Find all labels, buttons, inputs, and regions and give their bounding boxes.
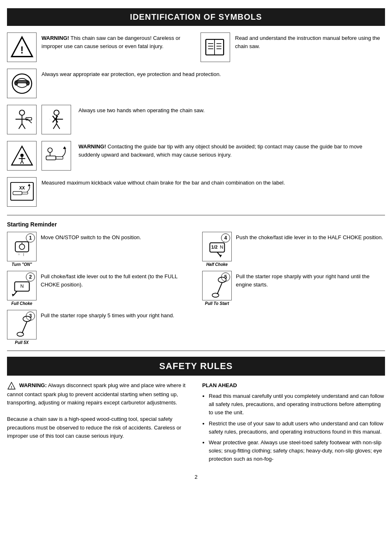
step-3-icon: 3 <box>7 310 37 339</box>
svg-rect-46 <box>22 192 28 194</box>
kickback-value-text: Measured maximum kickback value without … <box>42 177 385 187</box>
svg-marker-40 <box>63 146 66 148</box>
step-2-text: Pull choke/fast idle lever out to the fu… <box>41 271 190 289</box>
svg-point-41 <box>48 148 52 152</box>
safety-right-col: PLAN AHEAD Read this manual carefully un… <box>202 381 385 466</box>
symbol-row-protection: Always wear appropriate ear protection, … <box>7 69 385 98</box>
kickback-warning-bold: WARNING! <box>78 143 106 150</box>
twohands-icon2 <box>42 105 71 134</box>
svg-text:|: | <box>23 252 24 256</box>
svg-line-21 <box>22 123 25 129</box>
step-2-number: 2 <box>26 272 35 282</box>
symbol-row-warning: ! WARNING! This chain saw can be dangero… <box>7 32 385 62</box>
svg-point-64 <box>212 293 219 297</box>
svg-rect-39 <box>55 157 62 159</box>
step-2-icon: 2 N <box>7 271 37 300</box>
step-4: 4 1/2 N Half Choke Push the choke/fast i… <box>202 232 385 267</box>
safety-content: ! WARNING: Always disconnect spark plug … <box>7 381 385 466</box>
step-1-icon: 1 ○ | <box>7 232 37 261</box>
kickback-action-icon <box>42 141 71 171</box>
svg-point-49 <box>19 244 25 249</box>
svg-line-27 <box>53 123 56 129</box>
svg-line-36 <box>20 161 22 164</box>
symbol-row-kickback: WARNING! Contacting the guide bar tip wi… <box>7 141 385 171</box>
step-5-icon: 5 <box>202 271 232 300</box>
step-2-label: Full Choke <box>11 301 32 306</box>
svg-line-66 <box>22 321 27 333</box>
safety-warning-label: WARNING: <box>19 382 47 388</box>
warning-chainsaw-text: WARNING! This chain saw can be dangerous… <box>42 32 191 50</box>
step-5-text: Pull the starter rope sharply with your … <box>236 271 385 289</box>
svg-point-24 <box>54 110 59 115</box>
step-3-text: Pull the starter rope sharply 5 times wi… <box>41 310 174 320</box>
svg-text:!: ! <box>20 44 23 55</box>
svg-marker-57 <box>219 255 222 258</box>
plan-item-1: Read this manual carefully until you com… <box>209 392 385 417</box>
svg-point-67 <box>17 332 23 336</box>
svg-line-63 <box>217 282 222 294</box>
warning-triangle-icon: ! <box>7 32 37 62</box>
svg-line-28 <box>56 123 60 129</box>
kickback-body: Contacting the guide bar tip with any ob… <box>78 143 362 158</box>
svg-text:XX: XX <box>19 186 25 190</box>
warning-bold: WARNING! <box>42 35 69 41</box>
protection-icon <box>7 69 37 98</box>
step-1-number: 1 <box>26 233 35 242</box>
kickback-value-icon: XX <box>7 177 37 207</box>
svg-text:○: ○ <box>18 252 19 256</box>
safety-left-col: ! WARNING: Always disconnect spark plug … <box>7 381 190 466</box>
step-2: 2 N Full Choke Pull choke/fast idle leve… <box>7 271 190 306</box>
svg-text:1/2: 1/2 <box>211 245 217 249</box>
identification-header: IDENTIFICATION OF SYMBOLS <box>7 8 385 26</box>
plan-ahead-title: PLAN AHEAD <box>202 381 385 390</box>
page-number: 2 <box>7 474 385 480</box>
svg-text:!: ! <box>11 385 12 389</box>
svg-point-17 <box>19 110 25 115</box>
svg-rect-45 <box>13 191 22 194</box>
twohands-text: Always use two hands when operating the … <box>78 105 385 115</box>
plan-item-3: Wear protective gear. Always use steel-t… <box>209 439 385 463</box>
svg-point-33 <box>20 153 23 157</box>
kickback-text: WARNING! Contacting the guide bar tip wi… <box>78 141 385 159</box>
step-1-text: Move ON/STOP switch to the ON position. <box>41 232 141 242</box>
book-icon <box>201 32 230 62</box>
section-divider <box>7 215 385 215</box>
symbol-row-kickback-value: XX Measured maximum kickback value witho… <box>7 177 385 207</box>
book-text: Read and understand the instruction manu… <box>235 32 385 50</box>
svg-marker-47 <box>28 184 30 186</box>
svg-line-23 <box>28 120 32 123</box>
plan-item-2: Restrict the use of your saw to adult us… <box>209 420 385 436</box>
plan-ahead-list: Read this manual carefully until you com… <box>202 392 385 463</box>
step-1-label: Turn "ON" <box>12 262 32 267</box>
safety-body-text: Because a chain saw is a high-speed wood… <box>7 415 190 440</box>
step-5: 5 Pull To Start Pull the starter rope sh… <box>202 271 385 306</box>
step-3: 3 Pull 5X Pull the starter rope sharply … <box>7 310 190 345</box>
svg-line-20 <box>18 123 22 129</box>
step-4-number: 4 <box>221 233 230 242</box>
safety-divider <box>7 351 385 351</box>
step-4-text: Push the choke/fast idle lever in to the… <box>236 232 383 242</box>
protection-text: Always wear appropriate ear protection, … <box>42 69 385 78</box>
warning-triangle-safety-icon: ! <box>7 381 16 390</box>
step-5-number: 5 <box>221 272 230 282</box>
starting-steps-grid: 1 ○ | Turn "ON" Move ON/STOP switch to t… <box>7 232 385 345</box>
safety-rules-header: SAFETY RULES <box>7 357 385 376</box>
symbol-row-twohands: Always use two hands when operating the … <box>7 105 385 134</box>
svg-rect-38 <box>46 156 56 159</box>
step-3-label: Pull 5X <box>15 340 28 345</box>
twohands-icon1 <box>7 105 37 134</box>
svg-text:N: N <box>220 245 223 249</box>
step-5-label: Pull To Start <box>205 301 229 306</box>
step-4-label: Half Choke <box>206 262 228 267</box>
kickback-triangle-icon <box>7 141 37 171</box>
step-3-number: 3 <box>26 312 35 321</box>
step-1: 1 ○ | Turn "ON" Move ON/STOP switch to t… <box>7 232 190 267</box>
starting-reminder-title: Starting Reminder <box>7 221 385 228</box>
symbols-section: ! WARNING! This chain saw can be dangero… <box>7 32 385 209</box>
step-4-icon: 4 1/2 N <box>202 232 232 261</box>
svg-line-37 <box>22 161 23 164</box>
svg-text:N: N <box>20 284 23 289</box>
